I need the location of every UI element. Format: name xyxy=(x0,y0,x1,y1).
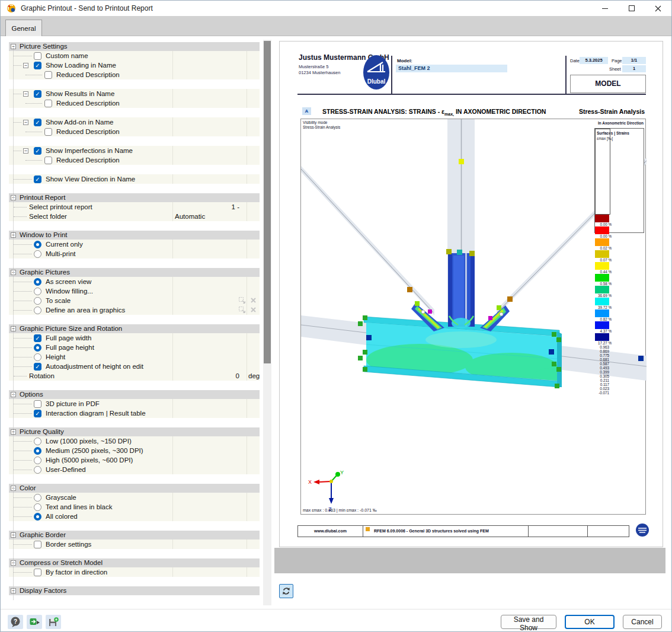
section-header-graphic-pictures[interactable]: −Graphic Pictures xyxy=(9,268,260,277)
checkbox-border-settings[interactable] xyxy=(34,541,41,548)
tree-row: Reduced Description xyxy=(9,155,260,165)
tree-row: ✓Show View Direction in Name xyxy=(9,174,260,184)
remove-icon[interactable] xyxy=(249,306,257,314)
tab-general[interactable]: General xyxy=(5,20,42,36)
refresh-icon xyxy=(281,586,291,596)
ok-button[interactable]: OK xyxy=(565,615,615,629)
section-header-printout-report[interactable]: −Printout Report xyxy=(9,193,260,202)
value-rotation[interactable]: 0 xyxy=(172,371,247,381)
section-header-picture-settings[interactable]: −Picture Settings xyxy=(9,42,260,51)
unit-label: deg xyxy=(248,371,260,381)
help-button[interactable]: ? xyxy=(8,615,23,629)
checkbox-reduced-description[interactable] xyxy=(44,71,52,79)
radio-user-defined[interactable] xyxy=(34,466,41,474)
radio-high-5000-pixels-600-dpi[interactable] xyxy=(34,457,41,464)
checkbox-autoadjustment-of-height-on-edit[interactable]: ✓ xyxy=(34,363,41,371)
tree-row: Define an area in graphics xyxy=(9,305,260,315)
save-and-show-button[interactable]: Save and Show xyxy=(501,615,556,629)
refresh-button[interactable] xyxy=(279,584,293,598)
legend-value: 0.681 xyxy=(595,358,609,362)
sheet-label: Sheet xyxy=(609,66,621,72)
row-label: Rotation xyxy=(29,371,55,381)
tree-row: Medium (2500 pixels, ~300 DPI) xyxy=(9,446,260,455)
legend-percent: 0.44 % xyxy=(595,270,612,274)
radio-window-filling[interactable] xyxy=(34,288,41,295)
spacer-row xyxy=(9,258,260,268)
legend-value: 0.775 xyxy=(595,353,609,358)
radio-multi-print[interactable] xyxy=(34,250,41,258)
section-header-graphic-border[interactable]: −Graphic Border xyxy=(9,531,260,540)
radio-grayscale[interactable] xyxy=(34,494,41,502)
scrollbar-thumb[interactable] xyxy=(264,41,271,363)
checkbox-show-view-direction-in-name[interactable]: ✓ xyxy=(34,175,41,183)
save-settings-button[interactable] xyxy=(46,615,61,629)
row-label: Show Add-on in Name xyxy=(46,117,113,127)
checkbox-show-results-in-name[interactable]: ✓ xyxy=(34,90,41,98)
settings-scrollbar[interactable] xyxy=(263,40,271,605)
section-header-picture-quality[interactable]: −Picture Quality xyxy=(9,427,260,436)
cancel-button[interactable]: Cancel xyxy=(623,615,662,629)
define-area-icon[interactable] xyxy=(238,306,246,314)
checkbox-show-add-on-in-name[interactable]: ✓ xyxy=(34,119,41,126)
collapse-icon[interactable]: − xyxy=(23,148,28,154)
maximize-icon xyxy=(629,5,635,11)
section-marker: A xyxy=(302,107,311,115)
legend-swatch xyxy=(595,333,609,341)
radio-text-and-lines-in-black[interactable] xyxy=(34,503,41,511)
section-title: Printout Report xyxy=(20,193,65,202)
checkbox-show-imperfections-in-name[interactable]: ✓ xyxy=(34,147,41,155)
spacer-row xyxy=(9,79,260,89)
checkbox-by-factor-in-direction[interactable] xyxy=(34,569,41,576)
section-header-graphic-picture-size-and-rotation[interactable]: −Graphic Picture Size and Rotation xyxy=(9,324,260,333)
radio-as-screen-view[interactable] xyxy=(34,278,41,286)
remove-icon[interactable] xyxy=(249,296,257,304)
legend-direction-label: In Axonometric Direction xyxy=(598,121,644,125)
tree-row: Reduced Description xyxy=(9,70,260,79)
legend-swatch xyxy=(595,309,609,317)
define-area-icon[interactable] xyxy=(238,296,246,304)
radio-current-only[interactable] xyxy=(34,241,41,248)
collapse-icon[interactable]: − xyxy=(23,120,28,125)
page-label: Page xyxy=(612,58,622,63)
radio-define-an-area-in-graphics[interactable] xyxy=(34,307,41,314)
tree-row: −✓Show Add-on in Name xyxy=(9,117,260,127)
tree-row: Full page height xyxy=(9,343,260,352)
radio-low-1000-pixels-150-dpi[interactable] xyxy=(34,438,41,445)
checkbox-3d-picture-in-pdf[interactable] xyxy=(34,400,41,408)
save-settings-icon xyxy=(47,616,59,628)
value-select-printout-report[interactable]: 1 - xyxy=(172,202,247,212)
row-label: Show Results in Name xyxy=(46,89,114,98)
checkbox-custom-name[interactable] xyxy=(34,52,41,60)
collapse-icon[interactable]: − xyxy=(23,91,28,97)
section-header-options[interactable]: −Options xyxy=(9,390,260,399)
tree-row: Border settings xyxy=(9,540,260,549)
collapse-icon[interactable]: − xyxy=(23,63,28,68)
checkbox-reduced-description[interactable] xyxy=(44,100,52,107)
section-title: Graphic Border xyxy=(20,531,66,540)
minimize-button[interactable] xyxy=(591,1,618,16)
section-header-display-factors[interactable]: −Display Factors xyxy=(9,586,260,595)
checkbox-interaction-diagram-result-table[interactable]: ✓ xyxy=(34,410,41,417)
apply-settings-icon xyxy=(28,616,40,628)
section-header-window-to-print[interactable]: −Window to Print xyxy=(9,231,260,240)
checkbox-reduced-description[interactable] xyxy=(44,157,52,164)
section-header-compress-or-stretch-model[interactable]: −Compress or Stretch Model xyxy=(9,558,260,567)
row-label: By factor in direction xyxy=(46,567,107,577)
value-select-folder[interactable]: Automatic xyxy=(172,212,247,221)
legend-percent: 39.72 % xyxy=(595,305,612,309)
legend-swatch xyxy=(595,250,609,258)
checkbox-reduced-description[interactable] xyxy=(44,128,52,136)
legend-swatch xyxy=(595,226,609,234)
radio-medium-2500-pixels-300-dpi[interactable] xyxy=(34,447,41,455)
radio-all-colored[interactable] xyxy=(34,513,41,521)
radio-full-page-height[interactable] xyxy=(34,344,41,352)
checkbox-full-page-width[interactable]: ✓ xyxy=(34,334,41,342)
radio-height[interactable] xyxy=(34,353,41,361)
maximize-button[interactable] xyxy=(618,1,645,16)
radio-to-scale[interactable] xyxy=(34,297,41,305)
tree-row: −✓Show Imperfections in Name xyxy=(9,146,260,155)
apply-settings-button[interactable] xyxy=(27,615,42,629)
section-header-color[interactable]: −Color xyxy=(9,484,260,493)
checkbox-show-loading-in-name[interactable]: ✓ xyxy=(34,62,41,69)
close-button[interactable] xyxy=(645,1,671,16)
